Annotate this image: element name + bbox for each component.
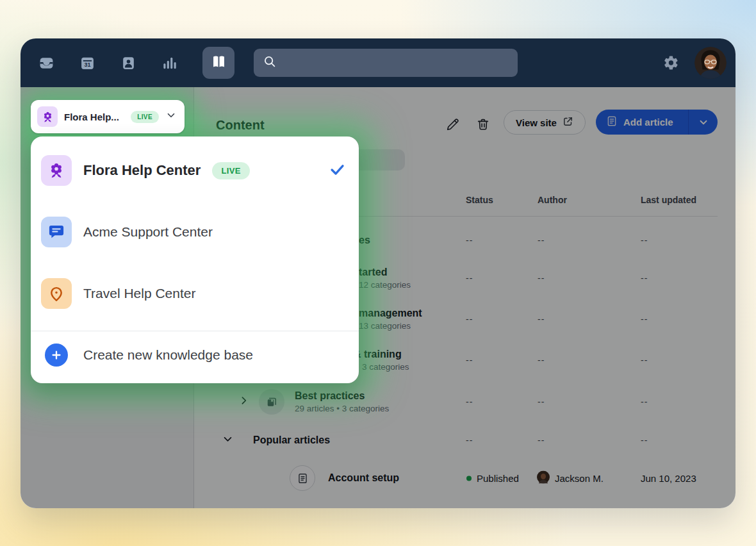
workspace-dropdown-menu: Flora Help Center LIVE Acme Support Cent… [31,136,359,383]
menu-item-create-knowledge-base[interactable]: Create new knowledge base [41,340,347,370]
flower-icon [41,155,72,186]
menu-item-acme-support-center[interactable]: Acme Support Center [41,217,347,247]
contacts-icon[interactable] [120,55,136,71]
workspace-name: Flora Help... [64,112,119,122]
workspace-switcher[interactable]: Flora Help... LIVE [31,100,185,133]
app-window: 31 Co [21,38,735,508]
chevron-down-icon [165,110,177,124]
checkmark-icon [329,161,346,181]
location-pin-icon [41,278,72,309]
chat-icon [41,217,72,247]
menu-item-flora-help-center[interactable]: Flora Help Center LIVE [41,155,347,186]
inbox-icon[interactable] [38,55,54,71]
global-search [254,49,518,77]
menu-item-label: Travel Help Center [83,286,195,301]
calendar-day-label: 31 [85,62,91,68]
open-book-icon [210,53,227,73]
knowledge-base-tab-active[interactable] [202,47,234,79]
menu-divider [31,331,359,331]
plus-icon [45,343,68,367]
analytics-icon[interactable] [161,55,177,71]
top-navigation-bar: 31 [21,38,735,87]
settings-gear-icon[interactable] [663,55,679,71]
search-icon [263,54,277,71]
menu-item-label: Acme Support Center [83,224,213,240]
calendar-icon[interactable]: 31 [79,55,95,71]
search-input[interactable] [283,58,509,69]
live-badge: LIVE [212,162,250,179]
flower-icon [37,106,58,127]
user-avatar[interactable] [694,47,727,79]
menu-item-label: Flora Help Center [83,162,201,179]
create-label: Create new knowledge base [83,347,253,363]
menu-item-travel-help-center[interactable]: Travel Help Center [41,278,347,309]
live-badge: LIVE [131,111,159,123]
